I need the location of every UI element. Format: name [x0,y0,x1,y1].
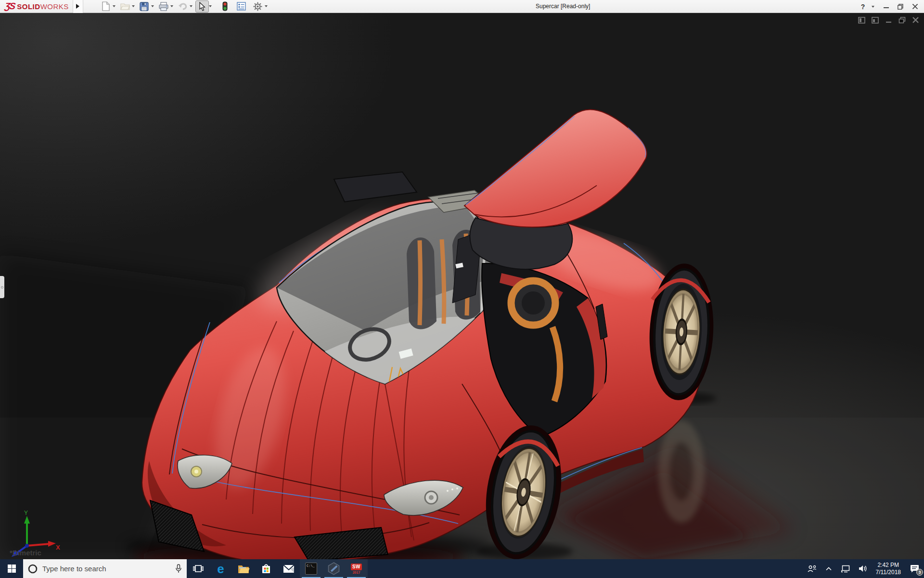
help-button[interactable]: ? [857,1,869,12]
solidworks-logo-icon: ƷS [4,1,15,12]
undo-button[interactable] [177,1,189,12]
edge-icon: e [217,563,224,575]
task-view-button[interactable] [187,559,209,578]
options-button[interactable] [252,1,264,12]
print-icon [159,2,168,11]
tray-overflow-button[interactable] [821,559,836,578]
taskbar-solidworks[interactable]: SW 2017 [345,559,368,578]
solidworks-logo: ƷS SOLIDWORKS [0,0,73,13]
command-prompt-icon: C:\_ [305,563,317,575]
help-caret[interactable] [872,6,874,8]
clock-time: 2:42 PM [877,562,899,569]
new-document-caret[interactable] [113,5,116,7]
solidworks-2017-icon: SW 2017 [351,564,362,574]
save-icon [140,2,149,11]
rebuild-traffic-light-icon [222,1,228,11]
network-button[interactable] [836,559,854,578]
new-document-button[interactable] [100,1,112,12]
people-icon [808,565,817,572]
expand-menu-button[interactable] [73,0,83,13]
expand-arrow-icon [76,4,79,9]
windows-taskbar: e C:\_ SW 2017 [0,559,924,578]
store-icon [260,563,272,574]
window-controls: ? [857,0,921,13]
file-properties-icon [237,2,246,11]
volume-button[interactable] [854,559,872,578]
people-button[interactable] [803,559,821,578]
undo-icon [178,2,188,11]
view-orientation-label: *Dimetric [10,549,41,557]
search-input[interactable] [42,565,170,573]
select-button[interactable] [196,1,208,12]
triad-y-label: Y [24,510,28,516]
pane-toggle-2-button[interactable] [872,16,879,24]
options-caret[interactable] [265,5,268,7]
minimize-doc-button[interactable] [885,16,892,24]
pane-toggle-2-icon [872,17,879,24]
speaker-icon [859,565,868,572]
taskbar-file-explorer[interactable] [232,559,255,578]
restore-doc-icon [898,17,906,24]
taskbar-command-prompt[interactable]: C:\_ [300,559,322,578]
file-explorer-icon [237,564,250,574]
restore-button[interactable] [894,1,907,12]
hexagon-app-icon [328,562,340,575]
clock[interactable]: 2:42 PM 7/11/2018 [872,559,905,578]
close-doc-button[interactable] [912,16,919,24]
taskbar-mail[interactable] [277,559,300,578]
save-caret[interactable] [151,5,154,7]
minimize-doc-icon [886,17,892,24]
select-cursor-icon [198,2,206,11]
restore-icon [898,4,903,10]
restore-doc-button[interactable] [898,16,906,24]
minimize-icon [884,4,889,9]
windows-logo-icon [8,565,16,573]
gear-icon [253,2,262,11]
graphics-area[interactable]: Y X *Dimetric [0,13,924,559]
tab-dot-icon [1,286,3,289]
print-caret[interactable] [170,5,173,7]
save-button[interactable] [138,1,151,12]
taskbar-edge[interactable]: e [209,559,232,578]
start-button[interactable] [0,559,23,578]
close-button[interactable] [909,1,921,12]
microphone-icon[interactable] [175,564,182,573]
undo-caret[interactable] [190,5,192,7]
clock-date: 7/11/2018 [876,569,901,576]
quick-toolbar [100,0,271,13]
rebuild-button[interactable] [219,1,231,12]
task-view-icon [193,565,204,573]
titlebar: ƷS SOLIDWORKS [0,0,924,13]
close-icon [912,4,918,9]
document-window-controls [858,16,919,24]
select-caret[interactable] [209,5,212,7]
open-caret[interactable] [132,5,135,7]
network-icon [841,565,850,573]
open-button[interactable] [119,1,131,12]
file-properties-button[interactable] [235,1,248,12]
minimize-button[interactable] [880,1,892,12]
pane-toggle-1-button[interactable] [858,16,865,24]
taskbar-hexagon-app[interactable] [322,559,345,578]
notification-badge: 3 [916,569,923,576]
new-document-icon [102,1,110,11]
car-model-supercar [0,13,924,559]
taskbar-store[interactable] [255,559,277,578]
collapsed-featuremanager-tab[interactable] [0,276,4,298]
close-doc-icon [912,17,919,23]
print-button[interactable] [157,1,170,12]
chevron-up-icon [825,566,832,571]
action-center-button[interactable]: 3 [905,559,924,578]
cortana-icon [28,564,38,574]
pane-toggle-1-icon [858,17,865,24]
taskbar-search[interactable] [23,559,187,578]
triad-x-label: X [56,544,60,551]
mail-icon [283,565,295,573]
window-title: Supercar [Read-only] [536,0,590,13]
open-icon [120,2,130,11]
system-tray: 2:42 PM 7/11/2018 3 [803,559,924,578]
